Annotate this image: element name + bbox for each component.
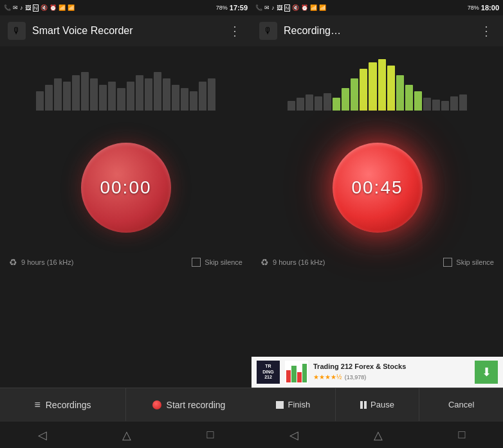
skip-silence-label: Skip silence (205, 258, 242, 266)
right-eq-bar-0 (288, 101, 295, 111)
left-eq-bar-2 (54, 78, 62, 111)
left-eq-bar-11 (136, 75, 143, 111)
right-menu-dots[interactable]: ⋮ (477, 21, 495, 41)
right-timer: 00:45 (351, 177, 403, 198)
pause-bar-1 (360, 401, 363, 409)
r-alarm-icon: ⏰ (301, 4, 308, 11)
download-icon: ⬇ (482, 365, 491, 379)
left-eq-bar-13 (154, 72, 161, 111)
skip-silence-checkbox[interactable] (192, 258, 201, 267)
mute-icon: 🔇 (41, 4, 48, 11)
ad-title: Trading 212 Forex & Stocks (313, 363, 470, 370)
left-eq-bar-7 (99, 85, 107, 111)
recordings-label: Recordings (46, 400, 91, 410)
right-eq-bar-14 (414, 91, 422, 111)
start-recording-button[interactable]: Start recording (126, 388, 252, 421)
left-record-button[interactable]: 00:00 (81, 143, 171, 233)
left-status-bar: 📞 ✉ ♪ 🖼 N 🔇 ⏰ 📶 📶 78% 17:59 (0, 0, 252, 15)
r-wifi-icon: 📶 (310, 4, 317, 11)
nfc-icon: N (33, 4, 39, 12)
cancel-label: Cancel (448, 400, 474, 409)
right-eq-bar-19 (459, 94, 467, 111)
ad-chart-bar-4 (302, 364, 307, 382)
right-eq-bar-16 (432, 100, 440, 111)
left-back-btn[interactable]: ◁ (25, 423, 60, 447)
message-icon: ✉ (13, 4, 18, 11)
right-app-header: 🎙 Recording… ⋮ (252, 15, 503, 46)
left-action-bar: ≡ Recordings Start recording (0, 388, 252, 421)
left-eq-bar-3 (63, 82, 71, 111)
pause-label: Pause (370, 400, 394, 409)
hamburger-icon: ≡ (34, 399, 40, 411)
left-home-btn[interactable]: △ (109, 423, 144, 447)
r-signal-icon: 📶 (319, 4, 326, 11)
stop-icon (276, 401, 284, 409)
ad-chart-bar-2 (291, 366, 296, 382)
left-main-content: 00:00 ♻ 9 hours (16 kHz) Skip silence (0, 46, 252, 388)
right-eq-bar-10 (378, 59, 386, 111)
r-skip-silence-checkbox[interactable] (443, 258, 452, 267)
storage-icon: ♻ (9, 257, 17, 267)
left-app-header: 🎙 Smart Voice Recorder ⋮ (0, 15, 252, 46)
ad-download-button[interactable]: ⬇ (475, 361, 498, 384)
left-eq-bar-19 (208, 78, 215, 111)
left-eq-bar-16 (181, 88, 188, 111)
ad-reviews: (13,978) (345, 374, 367, 381)
left-time: 17:59 (230, 4, 248, 12)
right-info-bar: ♻ 9 hours (16 kHz) Skip silence (252, 252, 503, 273)
right-eq-bar-5 (333, 98, 340, 111)
right-eq-bar-13 (405, 85, 413, 111)
left-eq-bar-17 (190, 91, 197, 111)
pause-button[interactable]: Pause (336, 388, 420, 421)
right-eq-bar-18 (450, 96, 458, 111)
left-storage-info: ♻ 9 hours (16 kHz) (9, 257, 73, 267)
right-record-btn-container: 00:45 (333, 143, 423, 233)
right-eq-bar-2 (306, 94, 313, 111)
right-eq-bar-4 (324, 93, 331, 111)
right-eq-bar-11 (387, 66, 395, 111)
ad-stars: ★★★★½ (313, 373, 342, 381)
left-eq-bar-5 (81, 72, 89, 111)
right-back-btn[interactable]: ◁ (277, 423, 311, 447)
right-home-btn[interactable]: △ (361, 423, 396, 447)
left-skip-silence: Skip silence (192, 258, 242, 267)
left-eq-bar-10 (127, 82, 134, 111)
r-image-icon: 🖼 (277, 4, 282, 11)
phone-icon: 📞 (4, 4, 11, 11)
left-eq-bar-9 (117, 88, 125, 111)
r-nfc-icon: N (284, 4, 291, 12)
ad-chart (285, 361, 308, 384)
ad-logo: TR DING 212 (257, 361, 280, 384)
right-record-button[interactable]: 00:45 (333, 143, 423, 233)
ad-logo-line1: TR (262, 364, 274, 369)
left-record-btn-container: 00:00 (81, 143, 171, 233)
right-mic-icon: 🎙 (259, 22, 277, 40)
right-action-bar: Finish Pause Cancel (252, 388, 503, 421)
right-eq-bar-8 (360, 69, 367, 111)
wifi-icon: 📶 (59, 4, 66, 11)
ad-banner: TR DING 212 Trading 212 Forex & Stocks ★… (252, 357, 503, 388)
left-menu-dots[interactable]: ⋮ (226, 21, 244, 41)
right-app-title: Recording… (284, 25, 471, 37)
right-eq-bar-3 (315, 96, 322, 111)
left-status-icons: 📞 ✉ ♪ 🖼 N 🔇 ⏰ 📶 📶 (4, 4, 75, 12)
right-time: 18:00 (481, 4, 499, 12)
r-mute-icon: 🔇 (292, 4, 299, 11)
location-icon: ♪ (20, 4, 23, 11)
r-skip-silence-label: Skip silence (456, 258, 494, 266)
right-equalizer (288, 59, 468, 111)
left-eq-bar-4 (72, 75, 80, 111)
left-info-bar: ♻ 9 hours (16 kHz) Skip silence (0, 252, 252, 273)
recordings-button[interactable]: ≡ Recordings (0, 388, 126, 421)
right-recents-btn[interactable]: □ (445, 423, 478, 447)
left-recents-btn[interactable]: □ (194, 423, 226, 447)
left-eq-bar-8 (108, 82, 116, 111)
cancel-button[interactable]: Cancel (419, 388, 503, 421)
finish-button[interactable]: Finish (252, 388, 336, 421)
battery-percent-left: 78% (216, 4, 228, 11)
right-storage-info: ♻ 9 hours (16 kHz) (261, 257, 325, 267)
left-storage-text: 9 hours (16 kHz) (21, 258, 73, 266)
ad-text: Trading 212 Forex & Stocks ★★★★½ (13,978… (313, 363, 470, 382)
right-eq-bar-7 (351, 78, 358, 111)
right-phone-panel: 📞 ✉ ♪ 🖼 N 🔇 ⏰ 📶 📶 78% 18:00 🎙 Recording…… (252, 0, 503, 448)
